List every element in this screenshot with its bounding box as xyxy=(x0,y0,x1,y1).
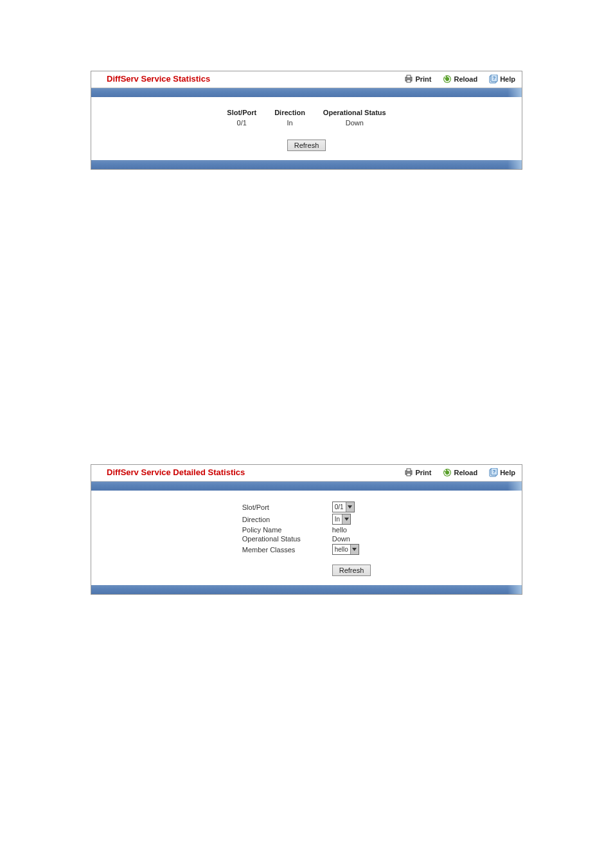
table-row: 0/1 In Down xyxy=(218,118,395,128)
svg-text:?: ? xyxy=(493,75,496,81)
panel-title: DiffServ Service Statistics xyxy=(107,74,210,84)
label-direction: Direction xyxy=(242,516,332,523)
svg-rect-9 xyxy=(407,473,411,476)
panel-header: DiffServ Service Statistics Print Reload… xyxy=(91,71,522,88)
toolbar: Print Reload ? Help xyxy=(404,75,515,84)
panel-body: Slot/Port 0/1 Direction In xyxy=(91,491,522,585)
divider-bar-bottom xyxy=(91,585,522,594)
cell-slot-port: 0/1 xyxy=(218,118,265,128)
help-icon: ? xyxy=(489,75,498,84)
reload-button[interactable]: Reload xyxy=(443,468,477,477)
member-classes-value: hello xyxy=(335,546,348,553)
row-policy-name: Policy Name hello xyxy=(242,525,371,534)
col-slot-port: Slot/Port xyxy=(218,107,265,118)
refresh-button[interactable]: Refresh xyxy=(287,140,326,151)
diffserv-detailed-stats-panel: DiffServ Service Detailed Statistics Pri… xyxy=(91,464,522,595)
row-slot-port: Slot/Port 0/1 xyxy=(242,501,371,513)
svg-rect-2 xyxy=(407,80,411,82)
slot-port-value: 0/1 xyxy=(335,503,344,511)
toolbar: Print Reload ? Help xyxy=(404,468,515,477)
stats-table: Slot/Port Direction Operational Status 0… xyxy=(218,107,395,128)
label-op-status: Operational Status xyxy=(242,535,332,543)
help-icon: ? xyxy=(489,468,498,477)
print-button[interactable]: Print xyxy=(404,75,431,83)
print-icon xyxy=(404,468,413,476)
refresh-button[interactable]: Refresh xyxy=(332,565,371,576)
print-label: Print xyxy=(415,469,431,476)
label-policy-name: Policy Name xyxy=(242,526,332,534)
direction-value: In xyxy=(335,516,340,523)
direction-select[interactable]: In xyxy=(332,514,351,525)
print-button[interactable]: Print xyxy=(404,468,431,476)
slot-port-select[interactable]: 0/1 xyxy=(332,502,355,512)
help-label: Help xyxy=(500,469,515,476)
divider-bar-top xyxy=(91,482,522,491)
panel-body: Slot/Port Direction Operational Status 0… xyxy=(91,97,522,160)
row-direction: Direction In xyxy=(242,513,371,525)
cell-op-status: Down xyxy=(314,118,395,128)
svg-rect-1 xyxy=(407,75,411,78)
chevron-down-icon xyxy=(346,502,354,512)
policy-name-value: hello xyxy=(332,526,347,534)
print-label: Print xyxy=(415,75,431,83)
diffserv-stats-panel: DiffServ Service Statistics Print Reload… xyxy=(91,71,522,170)
member-classes-select[interactable]: hello xyxy=(332,544,359,555)
help-button[interactable]: ? Help xyxy=(489,468,515,477)
divider-bar-top xyxy=(91,88,522,97)
reload-label: Reload xyxy=(454,469,477,476)
panel-header: DiffServ Service Detailed Statistics Pri… xyxy=(91,465,522,482)
divider-bar-bottom xyxy=(91,160,522,169)
help-button[interactable]: ? Help xyxy=(489,75,515,84)
reload-label: Reload xyxy=(454,75,477,83)
col-direction: Direction xyxy=(265,107,314,118)
row-member-classes: Member Classes hello xyxy=(242,543,371,556)
chevron-down-icon xyxy=(350,545,359,554)
svg-text:?: ? xyxy=(493,469,496,475)
chevron-down-icon xyxy=(342,514,350,524)
reload-button[interactable]: Reload xyxy=(443,75,477,84)
table-header-row: Slot/Port Direction Operational Status xyxy=(218,107,395,118)
reload-icon xyxy=(443,468,452,477)
panel-title: DiffServ Service Detailed Statistics xyxy=(107,467,245,477)
print-icon xyxy=(404,75,413,83)
svg-rect-8 xyxy=(407,469,411,471)
cell-direction: In xyxy=(265,118,314,128)
label-member-classes: Member Classes xyxy=(242,546,332,554)
form-rows: Slot/Port 0/1 Direction In xyxy=(242,501,371,576)
col-op-status: Operational Status xyxy=(314,107,395,118)
help-label: Help xyxy=(500,75,515,83)
op-status-value: Down xyxy=(332,535,350,543)
label-slot-port: Slot/Port xyxy=(242,503,332,511)
row-op-status: Operational Status Down xyxy=(242,534,371,543)
reload-icon xyxy=(443,75,452,84)
